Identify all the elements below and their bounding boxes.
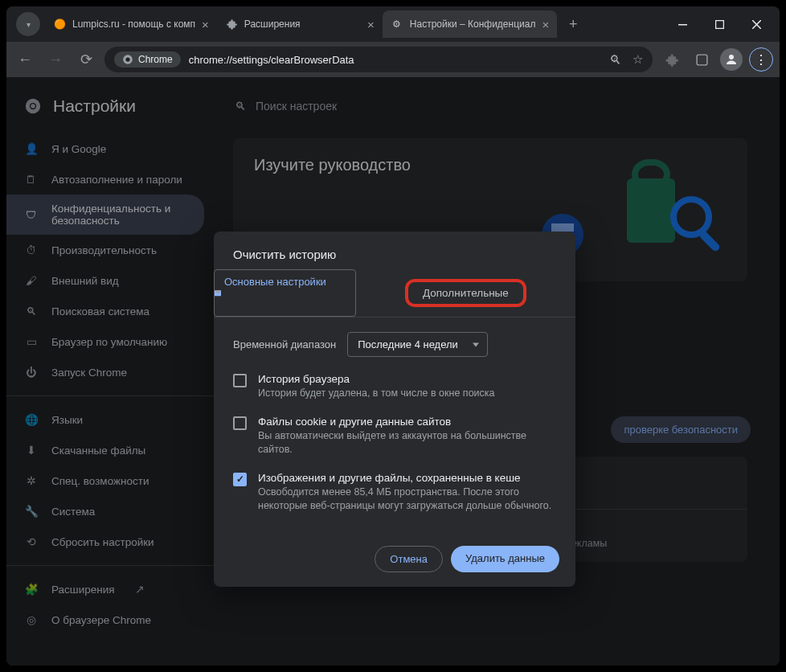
tab-title: Расширения bbox=[244, 18, 361, 30]
gear-icon: ⚙ bbox=[391, 18, 403, 31]
favicon-lumpics: 🟠 bbox=[53, 18, 66, 31]
bookmark-icon[interactable]: ☆ bbox=[632, 52, 643, 67]
cache-checkbox-row[interactable]: ✓ Изображения и другие файлы, сохраненны… bbox=[233, 472, 556, 514]
profile-avatar[interactable] bbox=[720, 48, 743, 71]
site-chip: Chrome bbox=[114, 51, 181, 68]
search-in-page-icon[interactable]: 🔍︎ bbox=[609, 53, 621, 67]
time-range-label: Временной диапазон bbox=[233, 338, 336, 350]
tab-settings[interactable]: ⚙ Настройки – Конфиденциал × bbox=[383, 10, 557, 38]
tab-title: Lumpics.ru - помощь с комп bbox=[72, 18, 195, 30]
omnibox[interactable]: Chrome chrome://settings/clearBrowserDat… bbox=[104, 47, 653, 72]
tab-close-icon[interactable]: × bbox=[542, 18, 549, 31]
time-range-select[interactable]: Последние 4 недели bbox=[347, 332, 488, 357]
tab-title: Настройки – Конфиденциал bbox=[410, 18, 536, 30]
tab-advanced-label: Дополнительные bbox=[405, 279, 526, 307]
delete-data-button[interactable]: Удалить данные bbox=[451, 546, 559, 572]
extensions-icon[interactable] bbox=[659, 47, 683, 72]
history-checkbox-row[interactable]: История браузераИстория будет удалена, в… bbox=[233, 373, 556, 401]
back-button[interactable]: ← bbox=[13, 47, 37, 72]
checkbox[interactable] bbox=[233, 374, 247, 387]
cookies-checkbox-row[interactable]: Файлы cookie и другие данные сайтовВы ав… bbox=[233, 416, 556, 457]
cb-title: История браузера bbox=[258, 373, 495, 385]
tab-close-icon[interactable]: × bbox=[202, 18, 209, 31]
cb-title: Изображения и другие файлы, сохраненные … bbox=[258, 472, 556, 484]
chrome-icon bbox=[122, 54, 133, 65]
clear-history-dialog: Очистить историю Основные настройки Допо… bbox=[214, 232, 575, 587]
reload-button[interactable]: ⟳ bbox=[74, 47, 98, 72]
svg-rect-0 bbox=[678, 24, 687, 26]
url-text: chrome://settings/clearBrowserData bbox=[189, 54, 354, 66]
cb-sub: История будет удалена, в том числе в окн… bbox=[258, 387, 495, 401]
tab-close-icon[interactable]: × bbox=[367, 18, 375, 31]
window-maximize[interactable] bbox=[701, 10, 738, 38]
toolbar: ← → ⟳ Chrome chrome://settings/clearBrow… bbox=[6, 42, 780, 77]
new-tab-button[interactable]: + bbox=[562, 13, 584, 35]
tab-extensions[interactable]: Расширения × bbox=[217, 10, 383, 38]
svg-rect-4 bbox=[697, 55, 707, 65]
window-titlebar: ▾ 🟠 Lumpics.ru - помощь с комп × Расшире… bbox=[6, 6, 780, 42]
cancel-button[interactable]: Отмена bbox=[375, 546, 443, 572]
tab-lumpics[interactable]: 🟠 Lumpics.ru - помощь с комп × bbox=[45, 10, 217, 38]
window-minimize[interactable] bbox=[664, 10, 701, 38]
labs-icon[interactable] bbox=[690, 47, 714, 72]
forward-button[interactable]: → bbox=[43, 47, 68, 72]
window-close[interactable] bbox=[738, 10, 775, 38]
cb-title: Файлы cookie и другие данные сайтов bbox=[258, 416, 556, 428]
cb-sub: Вы автоматически выйдете из аккаунтов на… bbox=[258, 429, 556, 457]
menu-button[interactable]: ⋮ bbox=[749, 47, 773, 72]
svg-point-3 bbox=[125, 57, 129, 61]
favicon-ext bbox=[225, 18, 238, 31]
checkbox[interactable] bbox=[233, 416, 247, 430]
checkbox-checked[interactable]: ✓ bbox=[233, 473, 247, 486]
tab-advanced[interactable]: Дополнительные bbox=[356, 269, 575, 317]
all-tabs-button[interactable]: ▾ bbox=[16, 12, 40, 36]
cb-sub: Освободится менее 85,4 МБ пространства. … bbox=[258, 486, 556, 514]
tab-basic[interactable]: Основные настройки bbox=[214, 269, 356, 317]
dialog-title: Очистить историю bbox=[214, 232, 575, 269]
svg-point-5 bbox=[729, 55, 734, 59]
svg-rect-1 bbox=[715, 20, 723, 28]
site-chip-label: Chrome bbox=[138, 54, 173, 65]
